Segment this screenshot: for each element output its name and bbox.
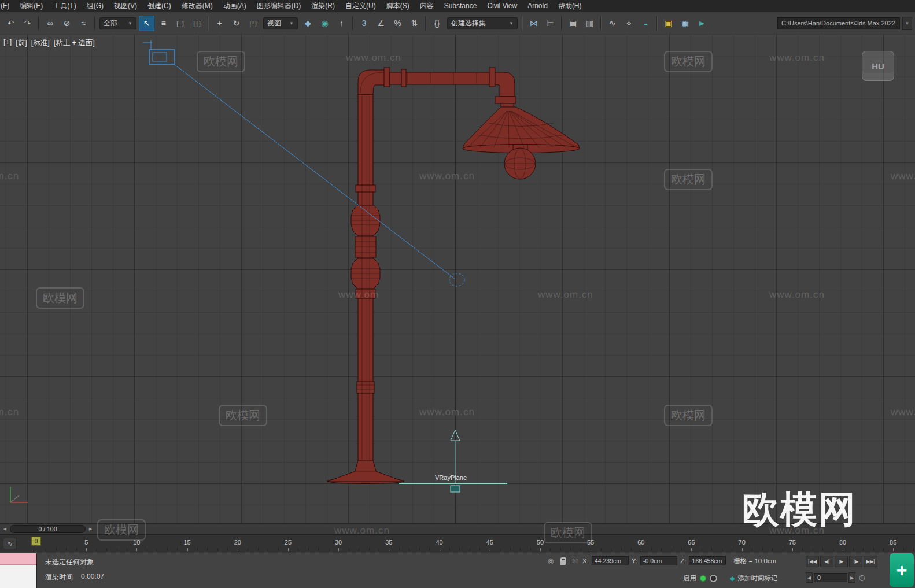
menu-item-4[interactable]: 视图(V) <box>109 0 142 12</box>
isolate-selection-icon[interactable]: ◎ <box>546 556 555 565</box>
menu-item-12[interactable]: 内容 <box>415 0 439 12</box>
select-and-link-icon[interactable]: ∞ <box>42 16 58 31</box>
mirror-icon[interactable]: ⋈ <box>526 16 541 31</box>
render-time-label: 渲染时间 <box>45 572 73 582</box>
viewport-general-menu[interactable]: [+] <box>3 38 12 48</box>
track-bar[interactable]: ∿ 0 510152025303540455055606570758085 <box>0 534 915 552</box>
frame-number: 60 <box>637 539 644 546</box>
vray-plane[interactable] <box>399 430 507 492</box>
render-setup-icon[interactable]: ▣ <box>661 16 676 31</box>
spinner-snap-icon[interactable]: ⇅ <box>407 16 422 31</box>
frame-number: 75 <box>789 539 796 546</box>
go-to-start-button[interactable]: |◀◀ <box>806 556 819 567</box>
time-slider-marker[interactable]: 0 <box>31 537 41 546</box>
next-frame-button[interactable]: |▶ <box>849 556 862 567</box>
viewport-standard-menu[interactable]: [标准] <box>31 38 50 48</box>
menu-item-9[interactable]: 渲染(R) <box>306 0 340 12</box>
select-and-manipulate-icon[interactable]: ◉ <box>317 16 333 31</box>
redo-icon[interactable]: ↷ <box>20 16 35 31</box>
mini-curve-editor-icon[interactable]: ∿ <box>3 538 17 549</box>
menu-item-8[interactable]: 图形编辑器(D) <box>252 0 307 12</box>
window-crossing-icon[interactable]: ◫ <box>189 16 205 31</box>
curve-editor-icon[interactable]: ∿ <box>604 16 620 31</box>
y-field[interactable]: -0.0cm <box>640 556 677 565</box>
frame-tick <box>490 548 490 551</box>
viewport[interactable]: [+] [前] [标准] [粘土 + 边面] HU VRayPlane <box>0 35 915 523</box>
percent-snap-icon[interactable]: % <box>390 16 405 31</box>
reference-coordinate-system-dropdown[interactable]: 视图▼ <box>263 17 298 29</box>
frame-tick <box>591 548 591 551</box>
previous-frame-button[interactable]: ◀| <box>820 556 833 567</box>
time-configuration-icon[interactable]: ◷ <box>857 572 867 583</box>
enable-cluster: 启用 <box>683 574 717 583</box>
frame-tick <box>843 548 843 551</box>
menu-item-11[interactable]: 脚本(S) <box>381 0 415 12</box>
menu-item-3[interactable]: 组(G) <box>82 0 109 12</box>
snaps-toggle-3d-icon[interactable]: 3 <box>356 16 372 31</box>
menu-item-15[interactable]: Arnold <box>522 0 553 12</box>
time-back-arrow-icon[interactable]: ◀ <box>1 526 9 532</box>
schematic-view-icon[interactable]: ⋄ <box>621 16 637 31</box>
toggle-scene-explorer-icon[interactable]: ▤ <box>565 16 581 31</box>
lamp-model[interactable] <box>327 68 580 484</box>
menu-item-13[interactable]: Substance <box>439 0 482 12</box>
selection-filter-dropdown[interactable]: 全部▼ <box>99 17 136 29</box>
play-button[interactable]: ▶ <box>835 556 848 567</box>
listener-pane[interactable] <box>0 565 36 588</box>
time-slider[interactable]: 0 / 100 <box>10 525 86 533</box>
toggle-layer-explorer-icon[interactable]: ▥ <box>582 16 597 31</box>
select-and-rotate-icon[interactable]: ↻ <box>228 16 244 31</box>
project-path-field[interactable]: C:\Users\Han\Documents\3ds Max 2022 <box>777 17 900 29</box>
z-field[interactable]: 166.458cm <box>689 556 726 565</box>
angle-snap-icon[interactable]: ∠ <box>373 16 389 31</box>
menu-item-1[interactable]: 编辑(E) <box>14 0 48 12</box>
edit-named-selection-sets-icon[interactable]: {} <box>429 16 445 31</box>
axis-tripod <box>10 487 28 502</box>
time-slider-row[interactable]: ◀ 0 / 100 ▶ <box>0 523 915 534</box>
menu-item-10[interactable]: 自定义(U) <box>340 0 381 12</box>
select-and-move-icon[interactable]: + <box>212 16 227 31</box>
maxscript-mini-listener[interactable] <box>0 553 37 588</box>
menu-item-5[interactable]: 创建(C) <box>142 0 176 12</box>
rendered-frame-window-icon[interactable]: ▦ <box>677 16 693 31</box>
align-icon[interactable]: ⊨ <box>543 16 558 31</box>
frame-tick <box>389 548 389 551</box>
bind-to-space-warp-icon[interactable]: ≈ <box>76 16 91 31</box>
time-decrement-icon[interactable]: ◀ <box>806 572 813 583</box>
macro-recorder-pane[interactable] <box>0 553 36 565</box>
menu-item-14[interactable]: Civil View <box>482 0 522 12</box>
menu-item-6[interactable]: 修改器(M) <box>176 0 218 12</box>
menu-item-0[interactable]: 文件(F) <box>0 0 14 12</box>
rectangular-selection-region-icon[interactable]: ▢ <box>172 16 188 31</box>
add-time-tag[interactable]: ◆ 添加时间标记 <box>730 574 777 583</box>
time-increment-icon[interactable]: ▶ <box>848 572 855 583</box>
viewport-shading-menu[interactable]: [粘土 + 边面] <box>54 38 95 48</box>
go-to-end-button[interactable]: ▶▶| <box>864 556 877 567</box>
menu-item-16[interactable]: 帮助(H) <box>553 0 587 12</box>
degradation-toggle-icon[interactable] <box>710 575 717 582</box>
time-forward-arrow-icon[interactable]: ▶ <box>87 526 94 532</box>
render-production-icon[interactable]: ► <box>694 16 710 31</box>
selection-lock-icon[interactable] <box>558 556 567 565</box>
green-plus-button[interactable]: + <box>890 553 914 587</box>
x-field[interactable]: 44.239cm <box>592 556 629 565</box>
select-by-name-icon[interactable]: ≡ <box>156 16 171 31</box>
named-selection-sets-dropdown[interactable]: 创建选择集▼ <box>447 17 518 29</box>
select-object-icon[interactable]: ↖ <box>139 16 154 31</box>
menu-item-7[interactable]: 动画(A) <box>218 0 252 12</box>
frame-number: 15 <box>183 539 190 546</box>
viewport-pov-menu[interactable]: [前] <box>16 38 27 48</box>
material-editor-icon[interactable]: ◒ <box>638 16 654 31</box>
path-dropdown-button[interactable]: ▼ <box>902 17 912 30</box>
frame-number: 45 <box>486 539 493 546</box>
view-cube[interactable]: HU <box>862 51 894 81</box>
unlink-selection-icon[interactable]: ⊘ <box>59 16 75 31</box>
menu-item-2[interactable]: 工具(T) <box>48 0 81 12</box>
undo-icon[interactable]: ↶ <box>3 16 19 31</box>
select-and-scale-icon[interactable]: ◰ <box>245 16 261 31</box>
current-time-field[interactable]: 0 <box>814 573 847 582</box>
menu-bar: 文件(F)编辑(E)工具(T)组(G)视图(V)创建(C)修改器(M)动画(A)… <box>0 0 915 12</box>
keyboard-shortcut-override-icon[interactable]: ↑ <box>334 16 349 31</box>
use-pivot-point-center-icon[interactable]: ◆ <box>300 16 316 31</box>
absolute-offset-toggle-icon[interactable]: ⊞ <box>570 556 580 565</box>
